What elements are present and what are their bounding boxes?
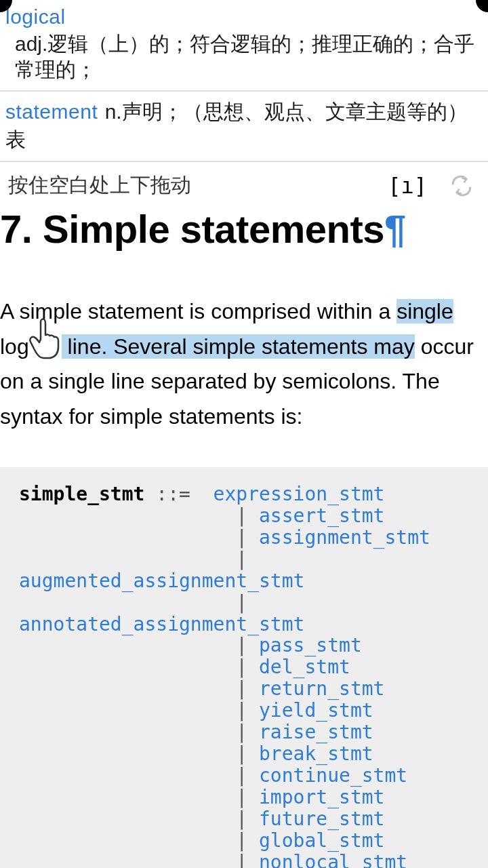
grammar-nt[interactable]: yield_stmt [259, 699, 373, 722]
pipe: | [236, 526, 259, 549]
grammar-nt[interactable]: future_stmt [259, 808, 384, 830]
bracket-icon[interactable]: [ı] [388, 173, 427, 199]
drag-hint: 按住空白处上下拖动 [8, 172, 191, 199]
grammar-nt[interactable]: pass_stmt [259, 634, 362, 656]
para-text: log [0, 334, 29, 359]
paragraph[interactable]: A simple statement is comprised within a… [0, 251, 488, 435]
grammar-nt[interactable]: raise_stmt [259, 721, 373, 743]
dict-entry-logical[interactable]: logical adj.逻辑（上）的；符合逻辑的；推理正确的；合乎常理的； [0, 0, 488, 92]
cursor-hand-icon [27, 317, 65, 372]
grammar-nt[interactable]: del_stmt [259, 656, 350, 678]
highlight: single [396, 299, 453, 323]
pipe: | [236, 677, 259, 700]
pipe: | [236, 591, 247, 614]
grammar-nt[interactable]: continue_stmt [259, 764, 407, 787]
grammar-nt[interactable]: expression_stmt [214, 483, 385, 505]
pipe: | [236, 829, 259, 852]
pipe: | [236, 699, 259, 722]
pipe: | [236, 743, 259, 765]
refresh-icon[interactable] [450, 174, 473, 197]
pipe: | [236, 808, 259, 830]
grammar-nt[interactable]: import_stmt [259, 786, 384, 808]
grammar-nt[interactable]: nonlocal_stmt [259, 851, 407, 868]
grammar-block: simple_stmt ::= expression_stmt | assert… [0, 467, 488, 868]
grammar-nt[interactable]: assert_stmt [259, 505, 384, 527]
pilcrow-icon[interactable]: ¶ [384, 207, 406, 251]
pipe: | [236, 851, 259, 868]
dict-word: logical [5, 5, 483, 28]
dict-word: statement [5, 100, 98, 123]
heading-text: 7. Simple statements [0, 207, 384, 251]
pipe: | [236, 764, 259, 787]
grammar-op: ::= [144, 483, 213, 505]
dictionary-panel: logical adj.逻辑（上）的；符合逻辑的；推理正确的；合乎常理的； st… [0, 0, 488, 162]
grammar-nt[interactable]: annotated_assignment_stmt [19, 613, 304, 635]
page-heading: 7. Simple statements¶ [0, 205, 488, 251]
pipe: | [236, 505, 259, 527]
pipe: | [236, 548, 247, 570]
pipe: | [236, 786, 259, 808]
grammar-nt[interactable]: global_stmt [259, 829, 384, 852]
pipe: | [236, 634, 259, 656]
toolbar: 按住空白处上下拖动 [ı] [0, 162, 488, 205]
dict-entry-statement[interactable]: statement n.声明；（思想、观点、文章主题等的）表 [0, 92, 488, 161]
highlight: line. Several simple statements may [62, 334, 415, 359]
grammar-nt[interactable]: augmented_assignment_stmt [19, 570, 304, 592]
grammar-nt[interactable]: return_stmt [259, 677, 384, 700]
grammar-nt[interactable]: assignment_stmt [259, 526, 430, 549]
pipe: | [236, 721, 259, 743]
pipe: | [236, 656, 259, 678]
grammar-nt[interactable]: break_stmt [259, 743, 373, 765]
dict-definition: adj.逻辑（上）的；符合逻辑的；推理正确的；合乎常理的； [5, 31, 483, 82]
grammar-lhs: simple_stmt [19, 483, 144, 505]
